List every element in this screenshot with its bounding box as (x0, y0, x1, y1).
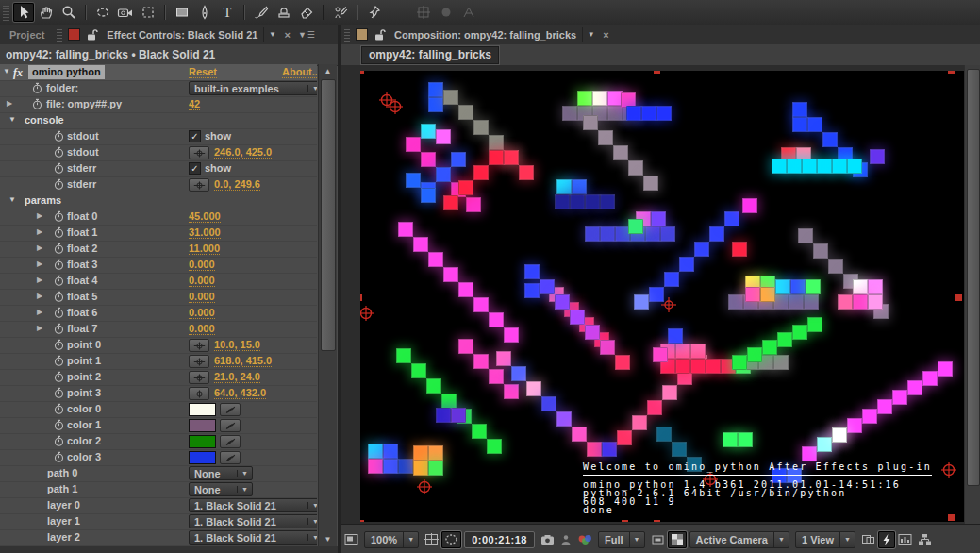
value-scrubber[interactable]: 0.000 (189, 323, 215, 335)
stopwatch-icon[interactable] (54, 259, 64, 273)
layer-handle[interactable] (622, 520, 628, 522)
lock-icon[interactable] (371, 26, 389, 43)
sphere-icon[interactable] (436, 3, 457, 22)
effect-controls-scrollbar[interactable]: ▲ ▼ (318, 64, 337, 546)
expand-arrow-icon[interactable]: ▶ (37, 276, 42, 284)
stopwatch-icon[interactable] (54, 403, 64, 417)
row-color-3[interactable]: color 3 (0, 449, 317, 466)
comp-color-swatch[interactable] (356, 28, 368, 41)
expand-arrow-icon[interactable]: ▶ (37, 324, 42, 332)
row-point-3[interactable]: point 364.0, 432.0 (0, 385, 317, 402)
row-stdout[interactable]: stdout246.0, 425.0 (0, 144, 317, 161)
point-value[interactable]: 618.0, 415.0 (214, 355, 272, 367)
expand-arrow-icon[interactable]: ▶ (37, 292, 42, 300)
collapse-arrow-icon[interactable]: ▼ (3, 67, 10, 75)
reset-link[interactable]: Reset (189, 66, 217, 78)
axis-icon[interactable] (458, 3, 479, 22)
timecode-display[interactable]: 0:00:21:18 (464, 531, 535, 548)
row-layer-1[interactable]: layer 11. Black Solid 21▼ (0, 513, 317, 530)
row-float-4[interactable]: ▶float 40.000 (0, 273, 317, 290)
panel-grip[interactable] (344, 27, 350, 42)
point-value[interactable]: 10.0, 15.0 (214, 339, 260, 351)
expand-arrow-icon[interactable]: ▶ (37, 308, 42, 316)
value-scrubber[interactable]: 0.000 (189, 307, 215, 319)
layer-1-dropdown[interactable]: 1. Black Solid 21▼ (189, 514, 317, 528)
expand-arrow-icon[interactable]: ▶ (37, 260, 42, 268)
layer-handle[interactable] (360, 520, 364, 522)
row-point-1[interactable]: point 1618.0, 415.0 (0, 353, 317, 370)
effect-header-row[interactable]: ▼fxomino pythonResetAbout... (0, 64, 317, 81)
roto-brush-tool[interactable] (330, 3, 351, 22)
stopwatch-icon[interactable] (54, 355, 64, 369)
point-picker-button[interactable] (189, 355, 209, 368)
eyedropper-icon[interactable] (220, 451, 241, 464)
camera-tool[interactable] (115, 3, 136, 22)
lock-icon[interactable] (83, 26, 101, 43)
point-picker-button[interactable] (189, 371, 209, 384)
collapse-arrow-icon[interactable]: ▼ (8, 195, 16, 204)
brush-tool[interactable] (251, 3, 272, 22)
hand-tool[interactable] (36, 3, 57, 22)
scroll-up-icon[interactable]: ▲ (319, 67, 337, 75)
view-layout-dropdown[interactable]: 1 View▼ (795, 531, 855, 548)
layer-0-dropdown[interactable]: 1. Black Solid 21▼ (189, 498, 317, 512)
stopwatch-icon[interactable] (54, 291, 64, 305)
tab-close-icon[interactable]: × (599, 29, 612, 41)
row-path-0[interactable]: path 0None▼ (0, 465, 317, 482)
checkbox[interactable]: ✓ (189, 130, 201, 142)
resolution-dropdown[interactable]: Full▼ (598, 531, 645, 548)
viewer-scrollbar[interactable] (964, 65, 980, 524)
preview-toggle-icon[interactable] (341, 531, 361, 548)
layer-handle[interactable] (948, 71, 955, 74)
stopwatch-icon[interactable] (54, 371, 64, 385)
magnification-dropdown[interactable]: 100%▼ (364, 531, 419, 548)
puppet-pin-tool[interactable] (364, 3, 385, 22)
tab-project[interactable]: Project (0, 29, 54, 41)
point-picker-button[interactable] (189, 387, 209, 400)
row-float-0[interactable]: ▶float 045.000 (0, 209, 317, 226)
stopwatch-icon[interactable] (54, 419, 64, 433)
stopwatch-icon[interactable] (54, 451, 64, 465)
anchor-crosshair-icon[interactable] (416, 478, 433, 499)
stopwatch-icon[interactable] (54, 307, 64, 321)
point-picker-button[interactable] (189, 146, 209, 159)
toolbar-grip[interactable] (3, 4, 9, 21)
timeline-button-icon[interactable] (895, 531, 915, 548)
row-float-6[interactable]: ▶float 60.000 (0, 305, 317, 322)
expand-arrow-icon[interactable]: ▶ (37, 227, 42, 236)
eraser-tool[interactable] (296, 3, 317, 22)
checkbox[interactable]: ✓ (189, 162, 201, 175)
stopwatch-icon[interactable] (54, 162, 64, 176)
row-layer-2[interactable]: layer 21. Black Solid 21▼ (0, 529, 317, 546)
color-swatch[interactable] (189, 451, 216, 464)
eyedropper-icon[interactable] (220, 419, 241, 432)
pan-behind-tool[interactable] (138, 3, 158, 22)
tab-dropdown-icon[interactable]: ▼ (263, 27, 280, 42)
flowchart-button-icon[interactable] (915, 531, 935, 548)
show-snapshot-icon[interactable] (557, 531, 574, 548)
about-link[interactable]: About... (282, 66, 317, 78)
fast-previews-icon[interactable] (878, 531, 895, 548)
align-icon[interactable] (413, 3, 434, 22)
point-value[interactable]: 246.0, 425.0 (214, 146, 272, 159)
rectangle-tool[interactable] (172, 3, 192, 22)
anchor-crosshair-icon[interactable] (387, 98, 404, 119)
value-scrubber[interactable]: 0.000 (189, 291, 215, 303)
mask-visibility-icon[interactable] (441, 531, 461, 548)
folder:-dropdown[interactable]: built-in examples▼ (189, 81, 317, 95)
value-scrubber[interactable]: 42 (189, 98, 200, 110)
value-scrubber[interactable]: 11.000 (189, 243, 220, 255)
collapse-arrow-icon[interactable]: ▼ (8, 115, 16, 124)
tab-effect-controls[interactable]: Effect Controls: Black Solid 21 (101, 29, 263, 41)
clone-stamp-tool[interactable] (274, 3, 294, 22)
solid-color-swatch[interactable] (68, 28, 80, 41)
transparency-grid-icon[interactable] (668, 531, 687, 548)
row-stderr[interactable]: stderr✓show (0, 160, 317, 177)
tab-dropdown-icon[interactable]: ▼ (582, 27, 599, 42)
effect-name[interactable]: omino python (28, 65, 105, 79)
composition-canvas[interactable]: Welcome to omino_python After Effects pl… (360, 71, 964, 522)
row-color-0[interactable]: color 0 (0, 401, 317, 418)
stopwatch-icon[interactable] (54, 275, 64, 289)
row-color-1[interactable]: color 1 (0, 417, 317, 434)
type-tool[interactable]: T (217, 3, 238, 22)
